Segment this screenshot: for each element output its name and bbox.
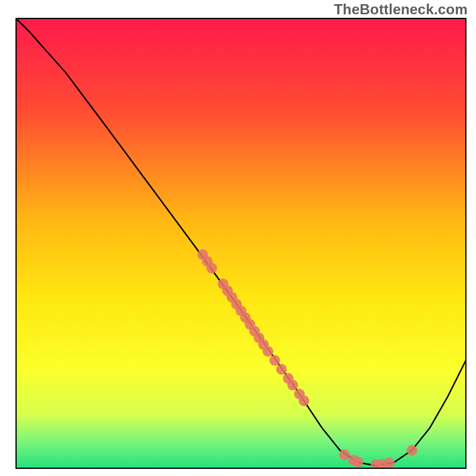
data-point	[270, 355, 280, 366]
data-point	[276, 364, 287, 375]
data-point	[299, 396, 309, 406]
data-point	[353, 456, 364, 467]
data-point	[339, 449, 350, 460]
gradient-background	[16, 18, 466, 468]
data-point	[287, 380, 298, 390]
data-point	[384, 458, 394, 468]
data-point	[262, 346, 273, 356]
data-point	[206, 263, 217, 274]
data-point	[406, 445, 417, 456]
chart-container: TheBottleneck.com	[0, 0, 476, 476]
bottleneck-chart	[0, 0, 476, 476]
watermark-label: TheBottleneck.com	[334, 1, 468, 18]
